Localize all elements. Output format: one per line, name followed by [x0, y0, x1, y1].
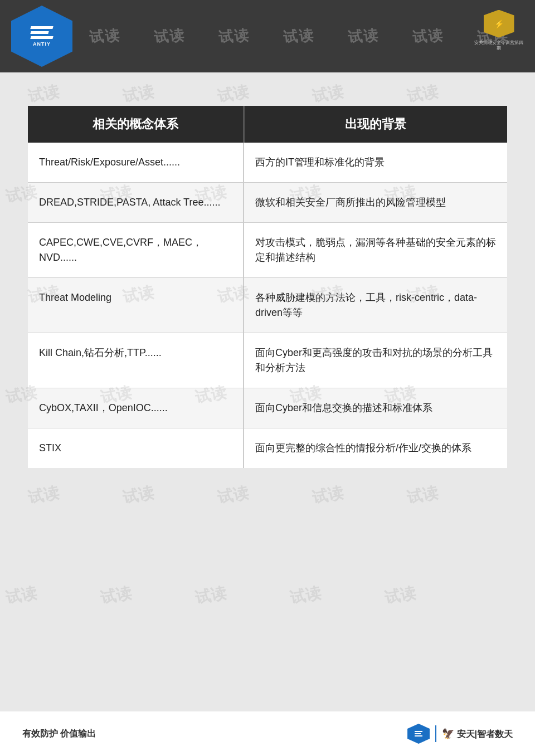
- header: ANTIY 试读 试读 试读 试读 试读 试读 试读 ⚡ 安关洞绕安全令训营第四…: [0, 0, 535, 72]
- table-cell-background-2: 对攻击模式，脆弱点，漏洞等各种基础的安全元素的标定和描述结构: [244, 223, 507, 278]
- table-header-row: 相关的概念体系 出现的背景: [28, 106, 507, 143]
- header-wm-2: 试读: [153, 25, 186, 47]
- main-content: 相关的概念体系 出现的背景 Threat/Risk/Exposure/Asset…: [0, 72, 535, 490]
- concept-table: 相关的概念体系 出现的背景 Threat/Risk/Exposure/Asset…: [28, 106, 507, 468]
- header-wm-5: 试读: [347, 25, 380, 47]
- watermark-26: 试读: [99, 582, 133, 608]
- footer: 有效防护 价值输出 🦅 安天|智者数天: [0, 711, 535, 756]
- table-cell-concept-1: DREAD,STRIDE,PASTA, Attack Tree......: [28, 183, 244, 223]
- footer-logo-icon: [413, 728, 424, 739]
- table-row: Kill Chain,钻石分析,TTP......面向Cyber和更高强度的攻击…: [28, 333, 507, 388]
- table-row: DREAD,STRIDE,PASTA, Attack Tree......微软和…: [28, 183, 507, 223]
- table-cell-background-4: 面向Cyber和更高强度的攻击和对抗的场景的分析工具和分析方法: [244, 333, 507, 388]
- header-wm-1: 试读: [89, 25, 121, 47]
- badge-icon: ⚡: [484, 10, 514, 38]
- table-row: STIX面向更完整的综合性的情报分析/作业/交换的体系: [28, 428, 507, 469]
- badge-text: 安关洞绕安全令训营第四期: [474, 40, 524, 52]
- header-watermark-area: 试读 试读 试读 试读 试读 试读 试读: [89, 27, 535, 46]
- footer-brand-text: 安天|智者数天: [457, 729, 513, 739]
- table-cell-concept-0: Threat/Risk/Exposure/Asset......: [28, 143, 244, 183]
- table-cell-background-0: 西方的IT管理和标准化的背景: [244, 143, 507, 183]
- footer-logo-hex: [407, 724, 430, 744]
- header-wm-3: 试读: [218, 25, 251, 47]
- table-row: Threat Modeling各种威胁建模的方法论，工具，risk-centri…: [28, 278, 507, 333]
- header-logo: ANTIY: [11, 6, 72, 67]
- watermark-28: 试读: [288, 582, 323, 608]
- table-cell-concept-4: Kill Chain,钻石分析,TTP......: [28, 333, 244, 388]
- table-row: CAPEC,CWE,CVE,CVRF，MAEC，NVD......对攻击模式，脆…: [28, 223, 507, 278]
- header-wm-4: 试读: [283, 25, 315, 47]
- table-row: CybOX,TAXII，OpenIOC......面向Cyber和信息交换的描述…: [28, 388, 507, 428]
- footer-logo: 🦅 安天|智者数天: [407, 724, 513, 744]
- header-badge: ⚡ 安关洞绕安全令训营第四期: [474, 8, 524, 53]
- table-cell-concept-3: Threat Modeling: [28, 278, 244, 333]
- table-cell-concept-6: STIX: [28, 428, 244, 469]
- table-cell-concept-5: CybOX,TAXII，OpenIOC......: [28, 388, 244, 428]
- table-cell-background-3: 各种威胁建模的方法论，工具，risk-centric，data-driven等等: [244, 278, 507, 333]
- table-cell-background-1: 微软和相关安全厂商所推出的风险管理模型: [244, 183, 507, 223]
- table-row: Threat/Risk/Exposure/Asset......西方的IT管理和…: [28, 143, 507, 183]
- header-background: 出现的背景: [244, 106, 507, 143]
- header-concept: 相关的概念体系: [28, 106, 244, 143]
- badge-icon-label: ⚡: [494, 19, 504, 28]
- watermark-27: 试读: [193, 582, 228, 608]
- table-cell-concept-2: CAPEC,CWE,CVE,CVRF，MAEC，NVD......: [28, 223, 244, 278]
- table-cell-background-5: 面向Cyber和信息交换的描述和标准体系: [244, 388, 507, 428]
- watermark-25: 试读: [4, 582, 38, 608]
- header-wm-6: 试读: [412, 25, 445, 47]
- watermark-29: 试读: [383, 582, 417, 608]
- logo-antiy-text: ANTIY: [33, 41, 51, 47]
- footer-tagline: 有效防护 价值输出: [22, 728, 96, 740]
- table-cell-background-6: 面向更完整的综合性的情报分析/作业/交换的体系: [244, 428, 507, 469]
- footer-brand: 🦅 安天|智者数天: [442, 728, 513, 740]
- footer-separator: [435, 725, 436, 742]
